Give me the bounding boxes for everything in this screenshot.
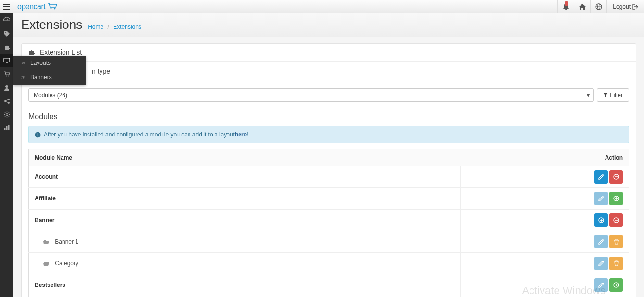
- puzzle-icon: [28, 49, 35, 56]
- chevron-right-icon: ≫: [21, 61, 25, 65]
- tag-icon: [4, 31, 10, 37]
- action-cell: [461, 274, 629, 296]
- uninstall-button[interactable]: [609, 170, 623, 184]
- add-button[interactable]: [594, 213, 608, 227]
- share-icon: [4, 98, 10, 104]
- filter-icon: [603, 93, 608, 98]
- gear-icon: [4, 111, 10, 118]
- extension-type-value: Modules (26): [34, 92, 67, 99]
- svg-point-15: [8, 99, 10, 100]
- svg-text:i: i: [37, 133, 38, 137]
- page-title: Extensions: [21, 17, 82, 32]
- svg-point-13: [5, 85, 8, 88]
- action-cell: [461, 231, 629, 253]
- svg-point-4: [54, 8, 56, 9]
- delete-button[interactable]: [609, 257, 623, 270]
- desktop-icon: [3, 58, 10, 63]
- home-button[interactable]: [574, 0, 590, 13]
- edit-button-disabled: [594, 278, 608, 292]
- extension-type-select[interactable]: Modules (26): [28, 88, 594, 102]
- trash-icon: [614, 260, 619, 266]
- logout-button[interactable]: Logout: [606, 0, 644, 13]
- modules-table: Module Name Action AccountAffiliateBanne…: [28, 149, 629, 297]
- folder-open-icon: [43, 261, 50, 266]
- action-cell: [461, 188, 629, 210]
- breadcrumb-home[interactable]: Home: [88, 24, 103, 30]
- menu-toggle-button[interactable]: [0, 0, 13, 13]
- sidebar: [0, 13, 13, 297]
- sidebar-item-sales[interactable]: [0, 67, 13, 81]
- table-row: Account: [29, 166, 629, 188]
- delete-button[interactable]: [609, 235, 623, 248]
- svg-point-3: [51, 8, 52, 9]
- edit-button[interactable]: [594, 170, 608, 184]
- bars-icon: [3, 4, 10, 10]
- svg-point-12: [8, 76, 9, 77]
- module-name-cell: Category: [29, 253, 461, 274]
- sidebar-item-design[interactable]: [0, 54, 13, 67]
- uninstall-button[interactable]: [609, 213, 623, 227]
- sidebar-item-marketing[interactable]: [0, 94, 13, 108]
- svg-point-16: [8, 102, 10, 104]
- install-button[interactable]: [609, 278, 623, 292]
- modules-section-title: Modules: [28, 112, 629, 121]
- logo-text: opencart: [17, 2, 45, 11]
- install-button[interactable]: [609, 192, 623, 205]
- action-cell: [461, 166, 629, 188]
- svg-point-19: [6, 113, 8, 115]
- svg-rect-0: [3, 4, 10, 5]
- table-row: Category: [29, 253, 629, 274]
- info-here-link[interactable]: here: [235, 131, 247, 138]
- edit-button-disabled: [594, 235, 608, 248]
- module-name-cell: Affiliate: [29, 188, 461, 210]
- shopping-cart-icon: [4, 71, 10, 77]
- filter-button[interactable]: Filter: [597, 88, 629, 102]
- logout-label: Logout: [613, 3, 631, 10]
- flyout-item-banners[interactable]: ≫ Banners: [13, 70, 86, 85]
- svg-point-8: [5, 32, 6, 33]
- chart-bar-icon: [4, 125, 10, 131]
- sidebar-item-extensions[interactable]: [0, 40, 13, 54]
- sidebar-item-customers[interactable]: [0, 81, 13, 94]
- action-cell: [461, 253, 629, 274]
- pencil-icon: [598, 174, 604, 180]
- sidebar-item-dashboard[interactable]: [0, 13, 13, 27]
- module-name-cell: Banner 1: [29, 231, 461, 253]
- pencil-icon: [598, 282, 604, 288]
- logo[interactable]: opencart: [17, 2, 58, 11]
- sidebar-item-reports[interactable]: [0, 121, 13, 135]
- module-name-cell: Account: [29, 166, 461, 188]
- minus-circle-icon: [613, 174, 619, 180]
- cart-icon: [47, 3, 58, 10]
- svg-rect-2: [3, 9, 10, 10]
- flyout-item-layouts[interactable]: ≫ Layouts: [13, 56, 86, 70]
- filter-button-label: Filter: [610, 92, 623, 99]
- plus-circle-icon: [613, 196, 619, 201]
- table-row: Banner 1: [29, 231, 629, 253]
- breadcrumb: Home / Extensions: [88, 24, 141, 30]
- table-row: Bestsellers: [29, 274, 629, 296]
- panel-heading: Extension List: [22, 44, 636, 62]
- store-link-button[interactable]: [590, 0, 606, 13]
- svg-rect-21: [6, 126, 8, 130]
- svg-rect-1: [3, 6, 10, 7]
- breadcrumb-current[interactable]: Extensions: [113, 24, 141, 30]
- flyout-label: Banners: [30, 74, 52, 81]
- pencil-icon: [598, 260, 604, 266]
- panel-heading-text: Extension List: [40, 49, 82, 56]
- plus-circle-icon: [598, 217, 604, 223]
- svg-point-11: [6, 76, 7, 77]
- notification-badge: [565, 1, 568, 6]
- modules-info-alert: i After you have installed and configure…: [28, 126, 629, 143]
- signout-icon: [632, 4, 638, 10]
- sidebar-item-system[interactable]: [0, 108, 13, 121]
- sidebar-item-catalog[interactable]: [0, 27, 13, 40]
- table-row: Affiliate: [29, 188, 629, 210]
- pencil-icon: [598, 196, 604, 201]
- notifications-button[interactable]: [557, 0, 574, 13]
- globe-icon: [595, 3, 602, 10]
- info-suffix: !: [247, 131, 248, 138]
- top-header: opencart Logout: [0, 0, 644, 13]
- edit-button-disabled: [594, 192, 608, 205]
- folder-open-icon: [43, 239, 50, 245]
